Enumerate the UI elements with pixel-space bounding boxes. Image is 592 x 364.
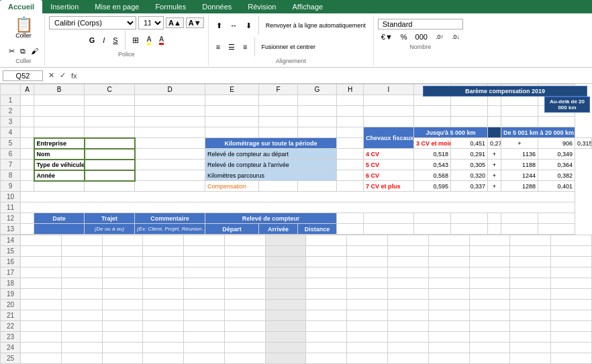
- cell-f4[interactable]: [259, 127, 298, 138]
- tab-accueil[interactable]: Accueil: [0, 0, 42, 13]
- fill-color-button[interactable]: A: [144, 34, 155, 46]
- cell-j25[interactable]: [388, 353, 429, 364]
- cell-b21[interactable]: [61, 310, 102, 321]
- cell-c2[interactable]: [85, 106, 135, 117]
- cell-g24[interactable]: [265, 343, 306, 353]
- cell-m5[interactable]: 906: [538, 138, 575, 149]
- cell-b13[interactable]: [34, 224, 85, 235]
- cell-j2[interactable]: [414, 106, 451, 117]
- cell-d1[interactable]: [135, 95, 205, 106]
- cell-g23[interactable]: [265, 332, 306, 343]
- cell-h4[interactable]: [337, 127, 364, 138]
- cell-j17[interactable]: [388, 267, 429, 278]
- cell-e7[interactable]: Relevé de compteur à l'arrivée: [205, 160, 337, 170]
- cell-n18[interactable]: [551, 278, 592, 289]
- cell-i21[interactable]: [347, 310, 388, 321]
- cell-a10[interactable]: [21, 192, 575, 202]
- cell-l18[interactable]: [469, 278, 510, 289]
- cell-j7[interactable]: 0,543: [414, 160, 451, 170]
- cell-l13[interactable]: [488, 224, 501, 235]
- cell-j22[interactable]: [388, 321, 429, 332]
- thousands-button[interactable]: 000: [412, 32, 431, 42]
- cell-f23[interactable]: [224, 332, 265, 343]
- cell-c9[interactable]: [85, 181, 135, 192]
- col-header-f[interactable]: F: [259, 84, 298, 95]
- cell-c8[interactable]: [85, 170, 135, 181]
- wrap-text-large-button[interactable]: Renvoyer à la ligne automatiquement: [262, 16, 369, 35]
- cell-l20[interactable]: [469, 300, 510, 310]
- cell-j18[interactable]: [388, 278, 429, 289]
- cell-a22[interactable]: [21, 321, 62, 332]
- col-header-a[interactable]: A: [21, 84, 34, 95]
- cell-l19[interactable]: [469, 289, 510, 300]
- cell-i5[interactable]: 3 CV et moins: [414, 138, 451, 149]
- number-format-dropdown[interactable]: Standard: [378, 19, 463, 29]
- cell-b20[interactable]: [61, 300, 102, 310]
- cell-m15[interactable]: [510, 246, 551, 257]
- cell-i24[interactable]: [347, 343, 388, 353]
- cell-c19[interactable]: [102, 289, 143, 300]
- cell-f21[interactable]: [224, 310, 265, 321]
- cell-g2[interactable]: [298, 106, 337, 117]
- tab-affichage[interactable]: Affichage: [284, 0, 331, 13]
- cell-g15[interactable]: [265, 246, 306, 257]
- cell-m21[interactable]: [510, 310, 551, 321]
- cell-c5[interactable]: [85, 138, 135, 149]
- cell-h3[interactable]: [337, 117, 364, 127]
- cell-n25[interactable]: [551, 353, 592, 364]
- cell-h9[interactable]: [337, 181, 364, 192]
- cell-k13[interactable]: [451, 224, 488, 235]
- cancel-formula-btn[interactable]: ✕: [46, 70, 57, 80]
- cell-k22[interactable]: [428, 321, 469, 332]
- cell-m13[interactable]: [501, 224, 538, 235]
- cell-b3[interactable]: [34, 117, 85, 127]
- cell-a7[interactable]: [21, 160, 34, 170]
- cell-e18[interactable]: [184, 278, 225, 289]
- cell-d6[interactable]: [135, 149, 205, 160]
- cell-n22[interactable]: [551, 321, 592, 332]
- cell-a21[interactable]: [21, 310, 62, 321]
- cell-m20[interactable]: [510, 300, 551, 310]
- cell-m23[interactable]: [510, 332, 551, 343]
- cell-j3[interactable]: [414, 117, 451, 127]
- cell-k14[interactable]: [428, 235, 469, 246]
- cell-i1[interactable]: [364, 95, 414, 106]
- tab-mise-en-page[interactable]: Mise en page: [87, 0, 147, 13]
- font-size-increase[interactable]: A▲: [166, 17, 184, 28]
- cell-a6[interactable]: [21, 149, 34, 160]
- cell-a23[interactable]: [21, 332, 62, 343]
- cell-j21[interactable]: [388, 310, 429, 321]
- cell-n23[interactable]: [551, 332, 592, 343]
- cell-f20[interactable]: [224, 300, 265, 310]
- cell-m3[interactable]: [501, 117, 538, 127]
- cell-d12[interactable]: Commentaire: [135, 213, 205, 224]
- cell-i3[interactable]: [364, 117, 414, 127]
- cell-a19[interactable]: [21, 289, 62, 300]
- cell-c25[interactable]: [102, 353, 143, 364]
- cell-c16[interactable]: [102, 257, 143, 267]
- cell-h6[interactable]: [337, 149, 364, 160]
- decrease-decimal-button[interactable]: .0↓: [448, 32, 463, 42]
- align-top-button[interactable]: ⬆: [213, 16, 226, 35]
- cell-n13[interactable]: [538, 224, 575, 235]
- cell-j16[interactable]: [388, 257, 429, 267]
- cell-c15[interactable]: [102, 246, 143, 257]
- cell-l15[interactable]: [469, 246, 510, 257]
- cell-a25[interactable]: [21, 353, 62, 364]
- cell-d17[interactable]: [143, 267, 184, 278]
- cell-b25[interactable]: [61, 353, 102, 364]
- font-size-decrease[interactable]: A▼: [186, 17, 204, 28]
- cell-b1[interactable]: [34, 95, 85, 106]
- cell-h1[interactable]: [337, 95, 364, 106]
- cell-h22[interactable]: [306, 321, 347, 332]
- cell-a12[interactable]: [21, 213, 34, 224]
- cell-k17[interactable]: [428, 267, 469, 278]
- cell-a17[interactable]: [21, 267, 62, 278]
- tab-formules[interactable]: Formules: [147, 0, 194, 13]
- cell-c23[interactable]: [102, 332, 143, 343]
- formula-input[interactable]: [80, 71, 589, 80]
- cell-k3[interactable]: [451, 117, 488, 127]
- tab-insertion[interactable]: Insertion: [42, 0, 87, 13]
- cell-n16[interactable]: [551, 257, 592, 267]
- cell-f17[interactable]: [224, 267, 265, 278]
